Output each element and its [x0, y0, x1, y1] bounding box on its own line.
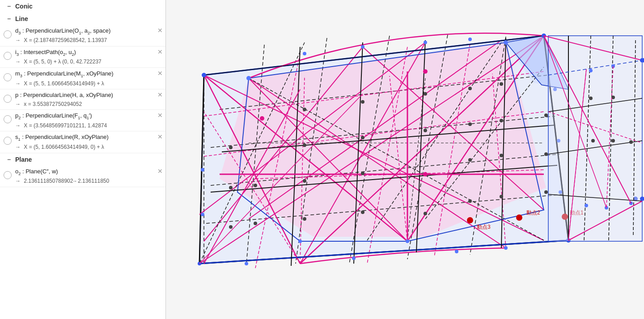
item-name-m3: m3 : PerpendicularLine(M1, xOyPlane): [15, 70, 162, 79]
section-header-line[interactable]: − Line: [0, 13, 165, 25]
grid-pt-24: [229, 146, 233, 149]
point-top-4: [468, 38, 472, 41]
list-item: o2 : Plane(C″, w) → 2.136111850788902·- …: [0, 166, 165, 187]
item-checkbox-p[interactable]: [4, 95, 12, 103]
point-inner-bm: [406, 239, 409, 243]
point-top-2: [361, 45, 364, 49]
item-value-p2: → X = (3.564856997101211, 1.42874: [15, 122, 162, 130]
list-item: s1 : PerpendicularLine(R, xOyPlane) → X …: [0, 131, 165, 153]
grid-pt-13: [361, 172, 364, 175]
point-inner-br: [504, 246, 508, 250]
pink-pt-1: [260, 116, 264, 121]
item-checkbox-s1[interactable]: [4, 137, 12, 145]
grid-pt-5: [500, 82, 503, 86]
section-header-conic[interactable]: − Conic: [0, 0, 165, 13]
grid-pt-21: [544, 190, 548, 194]
label-douten3: 動点3: [477, 224, 491, 230]
sidebar: − Conic − Line d3 : PerpendicularLine(O1…: [0, 0, 166, 319]
item-name-d3: d3 : PerpendicularLine(O1, a2, space): [15, 27, 162, 36]
point-bot-3: [455, 250, 458, 253]
right-pt-3: [589, 69, 593, 72]
close-button-p2[interactable]: ✕: [157, 112, 164, 119]
section-label-conic: Conic: [15, 3, 33, 10]
close-button-o2[interactable]: ✕: [157, 168, 164, 175]
list-item: d3 : PerpendicularLine(O1, a2, space) → …: [0, 25, 165, 46]
item-name-o2: o2 : Plane(C″, w): [15, 168, 162, 176]
main-canvas[interactable]: 動点3 動点2 動点1: [166, 0, 644, 319]
grid-pt-8: [424, 129, 427, 132]
grid-pt-27: [424, 212, 427, 215]
point-inner-tr: [504, 40, 508, 45]
label-douten2: 動点2: [526, 210, 540, 216]
grid-pt-18: [361, 210, 364, 214]
point-tl: [202, 73, 206, 77]
close-button-i3[interactable]: ✕: [157, 48, 164, 55]
right-gray-1: [591, 139, 595, 143]
item-value-i3: → X = (5, 5, 0) + λ (0, 0, 42.722237: [15, 58, 162, 66]
item-value-p: → x = 3.553872750294052: [15, 101, 162, 108]
section-label-plane: Plane: [15, 156, 32, 163]
item-name-i3: i3 : IntersectPath(o2, u2): [15, 48, 162, 57]
grid-pt-9: [468, 122, 472, 126]
close-button-p[interactable]: ✕: [157, 91, 164, 98]
list-item: p : PerpendicularLine(H, a, xOyPlane) → …: [0, 89, 165, 110]
grid-pt-23: [544, 113, 548, 117]
item-value-d3: → X = (2.187487259628542, 1.13937: [15, 37, 162, 44]
section-label-line: Line: [15, 15, 28, 22]
grid-pt-17: [303, 217, 306, 221]
item-name-s1: s1 : PerpendicularLine(R, xOyPlane): [15, 133, 162, 142]
grid-pt-12: [303, 179, 306, 183]
item-value-s1: → X = (5, 1.60664563414949, 0) + λ: [15, 143, 162, 151]
point-left-b: [201, 213, 204, 216]
list-item: m3 : PerpendicularLine(M1, xOyPlane) → X…: [0, 68, 165, 89]
section-header-plane[interactable]: − Plane: [0, 153, 165, 166]
sidebar-resize-handle[interactable]: [163, 0, 165, 319]
close-button-m3[interactable]: ✕: [157, 70, 164, 77]
grid-pt-15: [500, 154, 503, 157]
right-panel-rect: [548, 36, 642, 241]
douten-3-pt: [467, 217, 473, 223]
grid-pt-25: [229, 186, 233, 189]
douten-2-pt: [516, 214, 522, 221]
right-gray-3: [629, 140, 633, 144]
toggle-conic-icon[interactable]: −: [5, 3, 13, 10]
pink-pt-2: [423, 69, 428, 74]
grid-pt-20: [500, 195, 503, 198]
grid-pt-19: [468, 199, 472, 203]
close-button-d3[interactable]: ✕: [157, 27, 164, 34]
canvas-area[interactable]: 動点3 動点2 動点1: [166, 0, 644, 319]
grid-pt-14: [468, 158, 472, 162]
right-gray-2: [611, 139, 615, 143]
grid-pt-7: [361, 136, 364, 139]
item-checkbox-o2[interactable]: [4, 171, 12, 179]
point-inner-tl: [246, 76, 251, 80]
grid-pt-16: [254, 222, 257, 225]
point-bot-1: [245, 262, 248, 265]
close-button-s1[interactable]: ✕: [157, 133, 164, 140]
toggle-line-icon[interactable]: −: [5, 15, 13, 22]
right-pt-5: [585, 204, 588, 207]
item-checkbox-p2[interactable]: [4, 115, 12, 123]
grid-pt-10: [500, 119, 503, 122]
list-item: p2 : PerpendicularLine(F1, q1′) → X = (3…: [0, 110, 165, 131]
point-inner-bl: [298, 239, 302, 243]
toggle-plane-icon[interactable]: −: [5, 156, 13, 163]
grid-pt-3: [424, 92, 427, 96]
point-top-3: [424, 41, 427, 44]
item-name-p: p : PerpendicularLine(H, a, xOyPlane): [15, 91, 162, 99]
item-checkbox-m3[interactable]: [4, 73, 12, 81]
item-checkbox-i3[interactable]: [4, 52, 12, 60]
grid-pt-26: [229, 225, 233, 229]
item-name-p2: p2 : PerpendicularLine(F1, q1′): [15, 112, 162, 121]
list-item: i3 : IntersectPath(o2, u2) → X = (5, 5, …: [0, 46, 165, 68]
item-checkbox-d3[interactable]: [4, 30, 12, 38]
point-bot-2: [352, 256, 356, 260]
point-top-1: [303, 52, 306, 55]
right-gray-4: [589, 97, 593, 100]
grid-pt-6: [303, 143, 306, 147]
item-value-m3: → X = (5, 5, 1.60664563414949) + λ: [15, 80, 162, 88]
grid-pt-11: [254, 184, 257, 187]
grid-pt-1: [303, 108, 306, 111]
grid-pt-22: [544, 152, 548, 156]
grid-pt-2: [361, 100, 364, 104]
